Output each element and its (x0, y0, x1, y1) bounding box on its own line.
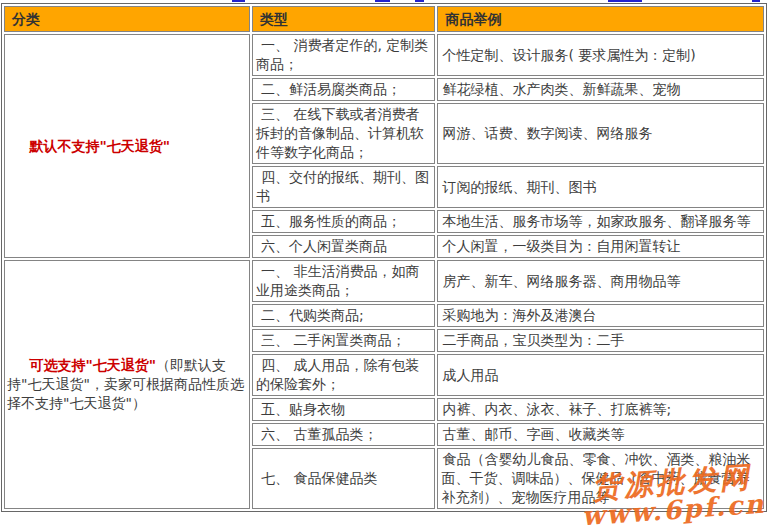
examples-cell: 鲜花绿植、水产肉类、新鲜蔬果、宠物 (437, 78, 764, 101)
examples-cell: 成人用品 (437, 354, 764, 396)
column-header-category: 分类 (4, 6, 250, 32)
examples-cell: 内裤、内衣、泳衣、袜子、打底裤等; (437, 398, 764, 421)
category-highlight: 默认不支持"七天退货" (29, 138, 170, 154)
table-row: 可选支持"七天退货"（即默认支持"七天退货"，卖家可根据商品性质选择不支持"七天… (4, 260, 764, 302)
examples-cell: 二手商品，宝贝类型为：二手 (437, 329, 764, 352)
type-cell: 一、 非生活消费品，如商业用途类商品； (252, 260, 435, 302)
page: 分类 类型 商品举例 默认不支持"七天退货" 一、 消费者定作的, 定制类商品；… (0, 0, 770, 525)
type-cell: 五、贴身衣物 (252, 398, 435, 421)
column-header-type: 类型 (252, 6, 435, 32)
link-fragment[interactable] (375, 0, 390, 2)
type-cell: 四、交付的报纸、期刊、图书 (252, 166, 435, 208)
table-header-row: 分类 类型 商品举例 (4, 6, 764, 32)
examples-cell: 食品（含婴幼儿食品、零食、冲饮、酒类、粮油米面、干货、调味品）、保健品（含中药、… (437, 448, 764, 509)
type-cell: 二、鲜活易腐类商品； (252, 78, 435, 101)
type-cell: 六、 古董孤品类； (252, 423, 435, 446)
category-cell-optional-return: 可选支持"七天退货"（即默认支持"七天退货"，卖家可根据商品性质选择不支持"七天… (4, 260, 250, 509)
type-cell: 七、 食品保健品类 (252, 448, 435, 509)
category-cell-default-no-return: 默认不支持"七天退货" (4, 34, 250, 258)
examples-cell: 本地生活、服务市场等，如家政服务、翻译服务等 (437, 210, 764, 233)
return-policy-table: 分类 类型 商品举例 默认不支持"七天退货" 一、 消费者定作的, 定制类商品；… (1, 3, 767, 512)
column-header-examples: 商品举例 (437, 6, 764, 32)
type-cell: 五、服务性质的商品； (252, 210, 435, 233)
category-highlight: 可选支持"七天退货" (29, 357, 156, 373)
link-fragment[interactable] (415, 0, 424, 2)
type-cell: 四、 成人用品，除有包装的保险套外； (252, 354, 435, 396)
type-cell: 一、 消费者定作的, 定制类商品； (252, 34, 435, 76)
examples-cell: 房产、新车、网络服务器、商用物品等 (437, 260, 764, 302)
examples-cell: 订阅的报纸、期刊、图书 (437, 166, 764, 208)
type-cell: 三、 二手闲置类商品； (252, 329, 435, 352)
link-fragment[interactable] (752, 0, 760, 2)
examples-cell: 个人闲置，一级类目为：自用闲置转让 (437, 235, 764, 258)
table-row: 默认不支持"七天退货" 一、 消费者定作的, 定制类商品； 个性定制、设计服务(… (4, 34, 764, 76)
type-cell: 二、代购类商品; (252, 304, 435, 327)
examples-cell: 采购地为：海外及港澳台 (437, 304, 764, 327)
type-cell: 三、 在线下载或者消费者拆封的音像制品、计算机软件等数字化商品； (252, 103, 435, 164)
examples-cell: 网游、话费、数字阅读、网络服务 (437, 103, 764, 164)
examples-cell: 古董、邮币、字画、收藏类等 (437, 423, 764, 446)
type-cell: 六、个人闲置类商品 (252, 235, 435, 258)
examples-cell: 个性定制、设计服务( 要求属性为：定制) (437, 34, 764, 76)
link-fragment[interactable] (232, 0, 245, 2)
link-fragment[interactable] (608, 0, 642, 2)
